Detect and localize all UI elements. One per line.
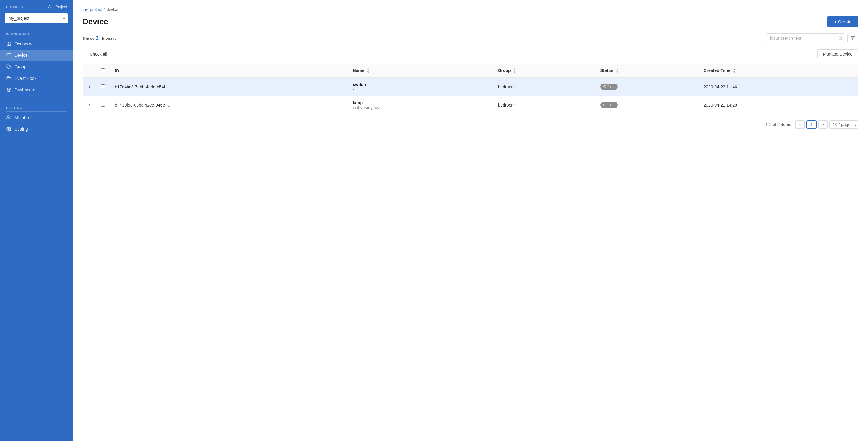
table-header: ID Name ▲ ▼ Group ▲ ▼: [83, 64, 858, 78]
status-sort-icon[interactable]: ▲ ▼: [616, 68, 619, 74]
create-button[interactable]: + Create: [827, 16, 858, 27]
check-all-label[interactable]: Check all: [83, 52, 107, 57]
row-group: bedroom: [493, 78, 596, 96]
gear-icon: [6, 126, 11, 132]
next-page-button[interactable]: >: [818, 120, 828, 129]
sidebar-item-setting[interactable]: Setting: [0, 123, 73, 135]
svg-point-5: [8, 66, 8, 66]
row-checkbox[interactable]: [101, 85, 105, 88]
row-expand-cell: ›: [83, 78, 97, 96]
page-size-wrapper: 10 / page 20 / page 50 / page ∨: [830, 120, 858, 129]
svg-rect-0: [7, 42, 8, 43]
row-id: d4430fe8-03bc-42ee-946e-...: [110, 96, 348, 114]
table-row: › b17d4bc3-7abb-4add-b54f-... switch - b…: [83, 78, 858, 96]
th-name[interactable]: Name ▲ ▼: [348, 64, 493, 78]
svg-marker-9: [851, 37, 855, 40]
page-title: Device: [83, 17, 108, 26]
workspace-section-label: WORKSPACE: [0, 27, 73, 38]
svg-point-7: [8, 128, 9, 130]
member-icon: [6, 115, 11, 120]
sidebar-item-group[interactable]: Group: [0, 61, 73, 72]
th-checkbox-input[interactable]: [101, 68, 105, 72]
row-created-time: 2020-04-23 11:46: [699, 78, 858, 96]
page-size-select[interactable]: 10 / page 20 / page 50 / page: [830, 120, 858, 129]
sidebar-item-label-overview: Overview: [14, 41, 32, 46]
row-expand-button[interactable]: ›: [88, 102, 91, 108]
th-group[interactable]: Group ▲ ▼: [493, 64, 596, 78]
project-section-label: PROJECT: [6, 5, 24, 9]
grid-icon: [6, 41, 11, 46]
project-select[interactable]: my_project: [5, 13, 68, 23]
row-expand-cell: ›: [83, 96, 97, 114]
sidebar-item-event-hook[interactable]: Event Hook: [0, 72, 73, 84]
group-sort-icon[interactable]: ▲ ▼: [513, 68, 516, 74]
filter-icon: [851, 36, 855, 40]
row-expand-button[interactable]: ›: [88, 84, 91, 90]
created-time-sort-icon[interactable]: ▲ ▼: [733, 68, 736, 74]
breadcrumb: my_project / device: [83, 7, 858, 12]
row-name-cell: switch -: [348, 78, 493, 96]
sidebar-item-overview[interactable]: Overview: [0, 38, 73, 50]
sidebar-item-label-dashboard: Dashboard: [14, 88, 35, 92]
th-expand: [83, 64, 97, 78]
th-group-label: Group: [498, 68, 511, 73]
row-name: lamp: [352, 100, 488, 105]
check-manage-row: Check all Manage Device: [83, 48, 858, 60]
devices-label: devices: [100, 36, 116, 41]
page-header: Device + Create: [83, 16, 858, 27]
device-count: 2: [96, 35, 99, 41]
svg-point-8: [839, 37, 842, 39]
show-label: Show: [83, 36, 94, 41]
row-checkbox[interactable]: [101, 103, 105, 106]
name-sort-icon[interactable]: ▲ ▼: [367, 68, 370, 74]
page-1-button[interactable]: 1: [806, 120, 817, 129]
search-input-wrapper: [766, 33, 845, 43]
th-status[interactable]: Status ▲ ▼: [596, 64, 699, 78]
check-all-checkbox[interactable]: [83, 52, 87, 57]
row-checkbox-cell: [96, 96, 110, 114]
search-icon-button[interactable]: [838, 36, 842, 40]
add-project-button[interactable]: + Add Project: [45, 5, 67, 9]
content-area: my_project / device Device + Create Show…: [73, 0, 868, 441]
svg-rect-2: [7, 44, 8, 45]
table-row: › d4430fe8-03bc-42ee-946e-... lamp in th…: [83, 96, 858, 114]
breadcrumb-current: device: [106, 7, 118, 12]
svg-point-6: [7, 116, 9, 117]
row-status-cell: Offline: [596, 78, 699, 96]
sidebar-item-label-setting: Setting: [14, 127, 28, 131]
row-id: b17d4bc3-7abb-4add-b54f-...: [110, 78, 348, 96]
table-body: › b17d4bc3-7abb-4add-b54f-... switch - b…: [83, 78, 858, 114]
filter-button[interactable]: [847, 34, 858, 43]
sidebar-item-device[interactable]: Device: [0, 50, 73, 61]
row-name-sub: -: [352, 87, 488, 91]
breadcrumb-project[interactable]: my_project: [83, 7, 102, 12]
check-all-text: Check all: [90, 52, 107, 57]
sidebar-item-member[interactable]: Member: [0, 112, 73, 123]
project-select-wrapper: my_project ▾: [5, 13, 68, 23]
status-badge: Offline: [600, 84, 618, 90]
svg-rect-4: [7, 54, 11, 56]
manage-device-button[interactable]: Manage Device: [817, 49, 858, 59]
row-name-cell: lamp in the living room: [348, 96, 493, 114]
sidebar-item-label-device: Device: [14, 53, 28, 58]
device-table: ID Name ▲ ▼ Group ▲ ▼: [83, 64, 858, 114]
sidebar-item-dashboard[interactable]: Dashboard: [0, 84, 73, 96]
table-header-row: ID Name ▲ ▼ Group ▲ ▼: [83, 64, 858, 78]
th-created-time[interactable]: Created Time ▲ ▼: [699, 64, 858, 78]
svg-rect-3: [9, 44, 11, 45]
search-input[interactable]: [766, 33, 845, 43]
sidebar-item-label-member: Member: [14, 115, 30, 120]
hook-icon: [6, 75, 11, 81]
project-section-header: PROJECT + Add Project: [0, 0, 73, 11]
th-checkbox: [96, 64, 110, 78]
row-created-time: 2020-04-21 14:29: [699, 96, 858, 114]
th-id: ID: [110, 64, 348, 78]
row-status-cell: Offline: [596, 96, 699, 114]
main-content: my_project / device Device + Create Show…: [73, 0, 868, 441]
th-status-label: Status: [600, 68, 614, 73]
pagination-info: 1-2 of 2 items: [765, 122, 791, 127]
prev-page-button[interactable]: <: [796, 120, 805, 129]
dashboard-icon: [6, 87, 11, 93]
toolbar: Show 2 devices: [83, 33, 858, 43]
sidebar: PROJECT + Add Project my_project ▾ WORKS…: [0, 0, 73, 441]
